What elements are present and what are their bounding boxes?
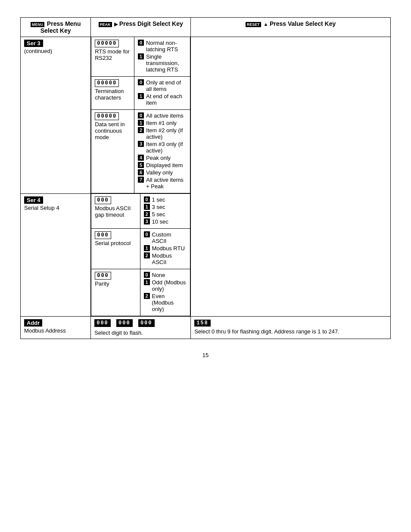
val-num-par0: 0 <box>144 272 150 278</box>
val-num-d4: 4 <box>138 155 144 161</box>
ser4-col3-2: 0 Custom ASCII 1 Modbus RTU 2 Modbus ASC… <box>140 229 190 269</box>
val-text-to3: 10 sec <box>152 218 168 225</box>
val-text-par2: Even (Modbus only) <box>152 293 187 312</box>
digit-box-term: 00000 <box>95 79 119 87</box>
table-row-ser4: Ser 4 Serial Setup 4 000 Modbus ASCII ga… <box>21 194 391 317</box>
page-number: 15 <box>20 352 391 358</box>
data-val0: 0 All active items <box>138 112 187 119</box>
addr-flash-value: 158 <box>194 320 211 327</box>
addr-flash-desc: Select 0 thru 9 for flashing digit. Addr… <box>194 328 387 335</box>
val-text-to2: 5 sec <box>152 211 165 218</box>
val-text-to0: 1 sec <box>152 196 165 203</box>
col2-ser4: 000 Modbus ASCII gap timeout 0 1 sec 1 <box>91 194 191 317</box>
val-num-d5: 5 <box>138 162 144 168</box>
col1-ser3: Ser 3 (continued) <box>21 37 91 194</box>
protocol-val0: 0 Custom ASCII <box>144 231 187 244</box>
main-table: MENU Press Menu Select Key PEAK ▶ Press … <box>20 17 391 339</box>
protocol-val1: 1 Modbus RTU <box>144 245 187 252</box>
reset-icon: RESET <box>246 22 261 27</box>
val-text-par1: Odd (Modbus only) <box>152 279 187 292</box>
val-num-t0: 0 <box>138 79 144 85</box>
header-col3-title: Press Value Select Key <box>270 20 336 27</box>
ser3-col3-1: 0 Normal non-latching RTS 1 Single trans… <box>134 37 190 77</box>
ser3-col2-2: 00000 Termination characters <box>91 77 134 110</box>
val-text-d2: Item #2 only (if active) <box>146 127 187 140</box>
rts-desc: RTS mode for RS232 <box>95 48 131 61</box>
page-container: MENU Press Menu Select Key PEAK ▶ Press … <box>20 17 391 358</box>
protocol-val2: 2 Modbus ASCII <box>144 252 187 265</box>
val-text-term0: Only at end of all items <box>146 79 187 92</box>
table-row-ser3: Ser 3 (continued) 00000 RTS mode for RS2… <box>21 37 391 194</box>
val-text-d6: Valley only <box>146 169 173 176</box>
addr-digit1: 000 <box>94 319 111 327</box>
val-num-par1: 1 <box>144 279 150 285</box>
digit-box-rts: 00000 <box>95 40 119 47</box>
header-col2-title: Press Digit Select Key <box>119 20 183 27</box>
ser3-row3: 00000 Data sent in continuous mode 0 All… <box>91 110 190 193</box>
val-text-p0: Custom ASCII <box>152 231 187 244</box>
ser4-sub: Serial Setup 4 <box>24 205 87 211</box>
val-num-to0: 0 <box>144 196 150 202</box>
val-num-p1: 1 <box>144 245 150 251</box>
addr-digit3: 000 <box>138 319 155 327</box>
val-text-d3: Item #3 only (if active) <box>146 141 187 154</box>
col1-ser4: Ser 4 Serial Setup 4 <box>21 194 91 317</box>
val-num-to1: 1 <box>144 204 150 210</box>
data-val1: 1 Item #1 only <box>138 120 187 126</box>
col2-addr: 000 000 000 Select digit to flash. <box>91 317 191 339</box>
parity-desc: Parity <box>95 280 136 287</box>
ser3-col2-3: 00000 Data sent in continuous mode <box>91 110 134 193</box>
ser4-col2-3: 000 Parity <box>91 269 140 316</box>
data-val5: 5 Displayed item <box>138 162 187 168</box>
data-val6: 6 Valley only <box>138 169 187 176</box>
digit-box-modbus-timeout: 000 <box>95 196 111 204</box>
header-col2: PEAK ▶ Press Digit Select Key <box>91 18 191 37</box>
val-text-p1: Modbus RTU <box>152 245 185 252</box>
col2-ser3: 00000 RTS mode for RS232 0 Normal non-la… <box>91 37 191 194</box>
data-desc: Data sent in continuous mode <box>95 121 131 140</box>
val-num-par2: 2 <box>144 293 150 299</box>
val-num-d1: 1 <box>138 120 144 126</box>
parity-val0: 0 None <box>144 272 187 278</box>
inner-table-ser4: 000 Modbus ASCII gap timeout 0 1 sec 1 <box>91 194 190 316</box>
col3-addr: 158 Select 0 thru 9 for flashing digit. … <box>191 317 391 339</box>
data-val4: 4 Peak only <box>138 155 187 161</box>
term-val0: 0 Only at end of all items <box>138 79 187 92</box>
ser4-row3: 000 Parity 0 None 1 Odd (Modbus <box>91 269 190 316</box>
triangle-icon: ▲ <box>263 22 268 27</box>
val-num-1: 1 <box>138 53 144 59</box>
val-text-d4: Peak only <box>146 155 171 161</box>
rts-val0: 0 Normal non-latching RTS <box>138 40 187 53</box>
val-text-d5: Displayed item <box>146 162 183 168</box>
data-val3: 3 Item #3 only (if active) <box>138 141 187 154</box>
val-text-d7: All active items + Peak <box>146 177 187 190</box>
addr-label: Addr <box>24 319 42 327</box>
val-nine-inline: 9 <box>227 328 230 335</box>
val-zero-inline: 0 <box>212 328 215 335</box>
parity-val1: 1 Odd (Modbus only) <box>144 279 187 292</box>
ser4-label: Ser 4 <box>24 196 43 204</box>
addr-digit2: 000 <box>116 319 133 327</box>
val-text-par0: None <box>152 272 165 278</box>
digit-box-protocol: 000 <box>95 231 111 239</box>
data-val2: 2 Item #2 only (if active) <box>138 127 187 140</box>
digit-box-parity: 000 <box>95 272 111 280</box>
val-num-d0: 0 <box>138 112 144 118</box>
menu-icon: MENU <box>31 22 45 27</box>
val-num-d7: 7 <box>138 177 144 183</box>
ser4-row2: 000 Serial protocol 0 Custom ASCII 1 <box>91 229 190 269</box>
timeout-val0: 0 1 sec <box>144 196 187 203</box>
val-text-d1: Item #1 only <box>146 120 177 126</box>
val-text-to1: 3 sec <box>152 204 165 210</box>
val-num-t1: 1 <box>138 93 144 99</box>
timeout-val3: 3 10 sec <box>144 218 187 225</box>
ser4-col2-1: 000 Modbus ASCII gap timeout <box>91 194 140 229</box>
term-val1: 1 At end of each item <box>138 93 187 106</box>
header-col1-title: Press Menu Select Key <box>40 20 81 34</box>
inner-table-ser3: 00000 RTS mode for RS232 0 Normal non-la… <box>91 37 190 193</box>
ser3-row1: 00000 RTS mode for RS232 0 Normal non-la… <box>91 37 190 77</box>
val-num-to3: 3 <box>144 218 150 224</box>
ser3-label: Ser 3 <box>24 40 43 47</box>
val-text-term1: At end of each item <box>146 93 187 106</box>
ser3-row2: 00000 Termination characters 0 Only at e… <box>91 77 190 110</box>
